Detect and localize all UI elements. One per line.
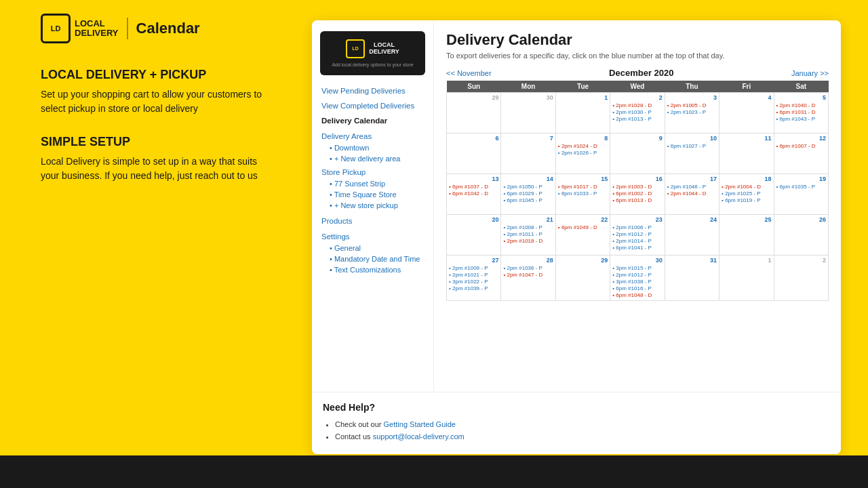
cal-event: 6pm #1045 - P [503,197,553,203]
cal-cell-25: 25 [719,215,774,256]
cal-cell-23: 232pm #1006 - P2pm #1012 - P2pm #1014 - … [610,215,665,256]
cal-day-num[interactable]: 21 [503,216,553,223]
sidebar-item-products[interactable]: Products [320,214,425,228]
cal-day-num[interactable]: 19 [776,176,826,182]
cal-day-num[interactable]: 2 [612,94,662,101]
sidebar-item-downtown[interactable]: Downtown [330,142,425,153]
prev-month-link[interactable]: << November [446,69,492,77]
cal-cell-24: 24 [665,215,719,256]
support-email-link[interactable]: support@local-delivery.com [373,432,465,441]
sidebar-item-general[interactable]: General [330,243,425,253]
sidebar-section-store-pickup[interactable]: Store Pickup [320,164,425,178]
cal-day-num[interactable]: 31 [667,257,717,264]
current-month: December 2020 [609,68,673,78]
cal-day-num[interactable]: 29 [558,257,608,264]
cal-week-4: 272pm #1009 - P2pm #1021 - P3pm #1022 - … [447,256,829,301]
cal-event: 6pm #1048 - D [612,292,662,298]
cal-cell-28: 282pm #1036 - P2pm #1047 - D [501,256,555,301]
sidebar-logo-text: LOCALDELIVERY [369,42,399,56]
cal-day-num[interactable]: 6 [449,135,498,142]
cal-event: 6pm #1013 - D [612,197,662,203]
calendar-title: Delivery Calendar [446,31,829,49]
sidebar-logo: LD LOCALDELIVERY Add local delivery opti… [320,31,425,75]
cal-day-num[interactable]: 7 [503,135,553,142]
cal-event: 6pm #1029 - P [503,190,553,197]
cal-event: 3pm #1015 - P [612,265,662,271]
cal-event: 2pm #1013 - P [612,116,662,122]
cal-day-num[interactable]: 14 [503,176,553,182]
calendar-nav: << November December 2020 January >> [446,68,829,78]
cal-day-num[interactable]: 18 [722,176,771,182]
cal-cell-11: 11 [719,134,774,174]
cal-header-fri: Fri [719,81,774,93]
cal-cell-1: 1 [555,93,610,134]
cal-day-num[interactable]: 12 [776,135,826,142]
cal-day-num[interactable]: 8 [558,135,608,142]
cal-event: 6pm #1027 - P [667,143,717,149]
cal-event: 6pm #1002 - D [612,190,662,197]
cal-day-num[interactable]: 26 [776,216,826,223]
cal-cell-5: 52pm #1040 - D6pm #1031 - D6pm #1043 - P [774,93,828,134]
cal-event: 2pm #1004 - D [722,184,771,190]
need-help-title: Need Help? [323,402,830,413]
cal-header-mon: Mon [501,81,555,93]
cal-day-num[interactable]: 27 [449,257,498,264]
cal-day-num[interactable]: 15 [558,176,608,182]
cal-event: 2pm #1044 - D [667,190,717,197]
cal-event: 2pm #1011 - P [503,231,553,237]
cal-day-num[interactable]: 4 [722,94,771,101]
cal-cell-13: 136pm #1037 - D6pm #1042 - D [447,174,501,215]
cal-cell-1: 1 [719,256,774,301]
cal-day-num[interactable]: 24 [667,216,717,223]
sidebar-logo-sub: Add local delivery options to your store [326,62,420,67]
cal-header-sat: Sat [774,81,828,93]
next-month-link[interactable]: January >> [791,69,829,77]
getting-started-link[interactable]: Getting Started Guide [384,420,456,428]
cal-day-num[interactable]: 17 [667,176,717,182]
cal-day-num[interactable]: 28 [503,257,553,264]
cal-cell-6: 6 [447,134,501,174]
sidebar-item-text-customizations[interactable]: Text Customizations [330,264,425,275]
cal-event: 6pm #1037 - D [449,184,498,190]
sidebar-item-mandatory-date[interactable]: Mandatory Date and Time [330,253,425,264]
cal-day-num[interactable]: 3 [667,94,717,101]
cal-cell-8: 82pm #1024 - D2pm #1026 - P [555,134,610,174]
cal-cell-26: 26 [774,215,828,256]
logo: LD LOCALDELIVERY [41,14,119,43]
cal-event: 3pm #1038 - P [612,279,662,285]
cal-day-num: 1 [722,257,771,264]
cal-event: 2pm #1024 - D [558,143,608,149]
cal-day-num[interactable]: 25 [722,216,771,223]
cal-day-num[interactable]: 23 [612,216,662,223]
cal-day-num[interactable]: 13 [449,176,498,182]
cal-day-num[interactable]: 11 [722,135,771,142]
sidebar-item-time-square[interactable]: Time Square Store [330,189,425,200]
sidebar-item-pending[interactable]: View Pending Deliveries [320,83,425,98]
sidebar-item-new-store-pickup[interactable]: + New store pickup [330,200,425,211]
main-card: LD LOCALDELIVERY Add local delivery opti… [312,20,841,454]
sidebar-item-new-delivery-area[interactable]: + New delivery area [330,153,425,164]
cal-day-num[interactable]: 22 [558,216,608,223]
cal-day-num[interactable]: 30 [612,257,662,264]
sidebar-item-sunset-strip[interactable]: 77 Sunset Strip [330,178,425,189]
sidebar-section-delivery-areas[interactable]: Delivery Areas [320,128,425,142]
cal-day-num[interactable]: 20 [449,216,498,223]
cal-event: 6pm #1035 - P [776,184,826,190]
cal-cell-31: 31 [665,256,719,301]
cal-event: 6pm #1042 - D [449,190,498,197]
sidebar-section-settings[interactable]: Settings [320,228,425,243]
cal-day-num[interactable]: 16 [612,176,662,182]
cal-cell-17: 172pm #1046 - P2pm #1044 - D [665,174,719,215]
section1-text: Set up your shopping cart to allow your … [41,87,278,116]
cal-day-num[interactable]: 9 [612,135,662,142]
cal-day-num[interactable]: 10 [667,135,717,142]
cal-cell-9: 9 [610,134,665,174]
sidebar-item-delivery-calendar[interactable]: Delivery Calendar [320,113,425,128]
logo-icon: LD [41,14,71,43]
cal-day-num[interactable]: 5 [776,94,826,101]
cal-cell-16: 162pm #1003 - D6pm #1002 - D6pm #1013 - … [610,174,665,215]
cal-cell-30: 303pm #1015 - P2pm #1012 - P3pm #1038 - … [610,256,665,301]
sidebar-item-completed[interactable]: View Completed Deliveries [320,98,425,113]
cal-event: 2pm #1039 - P [449,285,498,291]
cal-day-num[interactable]: 1 [558,94,608,101]
